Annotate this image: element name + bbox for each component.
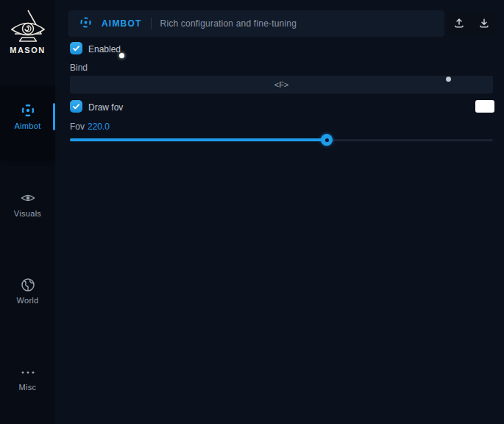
fov-label: Fov220.0 xyxy=(70,121,110,132)
sidebar-item-misc[interactable]: Misc xyxy=(0,365,55,392)
checkmark-icon xyxy=(72,100,80,113)
page-subtitle: Rich configuration and fine-tuning xyxy=(160,18,297,29)
sidebar-item-label: Misc xyxy=(0,383,55,392)
page-header: AIMBOT Rich configuration and fine-tunin… xyxy=(68,10,444,37)
eye-icon xyxy=(0,190,55,206)
bind-label: Bind xyxy=(70,63,88,73)
download-icon xyxy=(478,17,490,31)
crosshair-icon xyxy=(0,102,55,119)
enabled-label: Enabled xyxy=(88,44,121,54)
sidebar-item-label: Visuals xyxy=(0,209,55,218)
crosshair-icon xyxy=(79,15,93,32)
draw-fov-checkbox[interactable] xyxy=(70,100,82,113)
particle-dot xyxy=(446,77,451,82)
draw-fov-label: Draw fov xyxy=(88,102,123,113)
sidebar-item-label: Aimbot xyxy=(0,121,55,130)
sidebar-item-world[interactable]: World xyxy=(0,277,55,305)
page-title: AIMBOT xyxy=(102,18,142,29)
main-content: AIMBOT Rich configuration and fine-tunin… xyxy=(55,0,504,424)
globe-icon xyxy=(0,277,55,293)
checkmark-icon xyxy=(72,42,80,55)
sidebar-item-visuals[interactable]: Visuals xyxy=(0,190,55,218)
sidebar: MASON Aimbot Visuals xyxy=(0,0,55,424)
enabled-checkbox[interactable] xyxy=(70,42,82,54)
eye-pyramid-icon xyxy=(0,7,55,44)
download-config-button[interactable] xyxy=(472,12,496,35)
fov-value: 220.0 xyxy=(88,121,110,132)
ellipsis-icon xyxy=(0,365,55,380)
bind-keybind-field[interactable]: <F> xyxy=(70,76,493,93)
brand-name: MASON xyxy=(0,46,55,54)
sidebar-item-aimbot[interactable]: Aimbot xyxy=(0,102,55,130)
brand-logo: MASON xyxy=(0,7,55,54)
upload-icon xyxy=(453,17,465,31)
fov-label-text: Fov xyxy=(70,121,85,132)
mason-menu-window: MASON Aimbot Visuals xyxy=(0,0,504,424)
cursor-dot xyxy=(119,53,124,58)
upload-config-button[interactable] xyxy=(447,12,471,35)
fov-slider-fill xyxy=(70,138,327,141)
fov-slider-handle[interactable] xyxy=(321,134,333,146)
fov-color-swatch[interactable] xyxy=(475,100,494,113)
header-divider xyxy=(151,18,152,29)
sidebar-item-label: World xyxy=(0,296,55,305)
fov-slider[interactable] xyxy=(70,134,493,146)
